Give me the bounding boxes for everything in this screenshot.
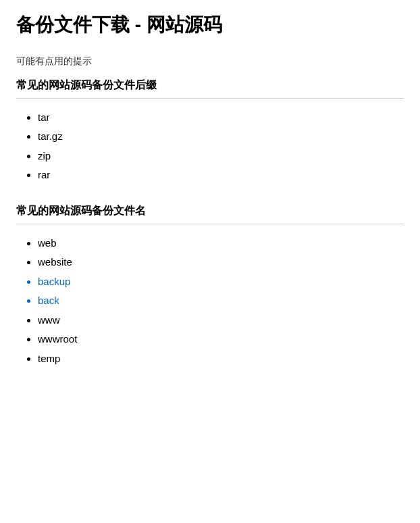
page-title: 备份文件下载 - 网站源码 [16, 14, 404, 36]
extensions-list: tar tar.gz zip rar [16, 108, 404, 185]
list-item: zip [38, 147, 404, 166]
extensions-heading: 常见的网站源码备份文件后缀 [16, 78, 404, 93]
subtitle-text: 可能有点用的提示 [16, 55, 404, 68]
list-item: backup [38, 272, 404, 292]
divider-filenames [16, 224, 404, 224]
filenames-heading: 常见的网站源码备份文件名 [16, 204, 404, 218]
list-item: temp [38, 349, 404, 369]
extensions-section: 常见的网站源码备份文件后缀 tar tar.gz zip rar [16, 78, 404, 185]
divider-extensions [16, 98, 404, 99]
list-item: website [38, 253, 404, 272]
list-item: rar [38, 166, 404, 185]
list-item: back [38, 291, 404, 311]
filenames-section: 常见的网站源码备份文件名 web website backup back www… [16, 204, 404, 369]
list-item: wwwroot [38, 330, 404, 349]
filenames-list: web website backup back www wwwroot temp [16, 234, 404, 369]
list-item: web [38, 234, 404, 253]
list-item: www [38, 311, 404, 330]
list-item: tar [38, 108, 404, 128]
list-item: tar.gz [38, 127, 404, 147]
